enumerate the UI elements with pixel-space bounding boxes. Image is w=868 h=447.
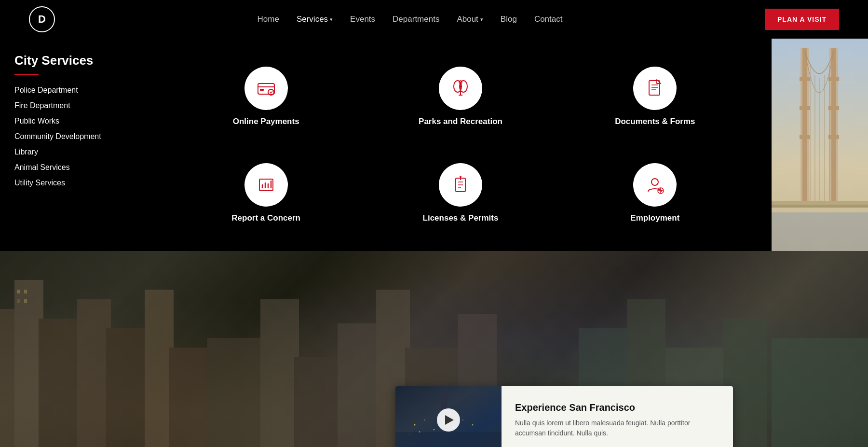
sidebar-item-animal[interactable]: Animal Services	[14, 163, 135, 172]
report-label: Report a Concern	[231, 213, 300, 223]
permits-label: Licenses & Permits	[423, 213, 499, 223]
bridge-image	[772, 39, 868, 251]
sidebar-item-community[interactable]: Community Development	[14, 132, 135, 141]
svg-point-25	[651, 179, 658, 185]
svg-rect-32	[800, 77, 810, 81]
service-employment[interactable]: Employment	[621, 154, 689, 233]
sidebar-item-fire[interactable]: Fire Department	[14, 101, 135, 110]
svg-rect-57	[17, 299, 20, 303]
svg-rect-58	[24, 299, 27, 303]
sidebar-link-community[interactable]: Community Development	[14, 132, 101, 140]
about-caret-icon: ▾	[480, 16, 483, 23]
svg-point-77	[462, 419, 463, 420]
sidebar-link-utility[interactable]: Utility Services	[14, 179, 65, 187]
report-icon	[256, 174, 277, 196]
nav-item-about[interactable]: About ▾	[457, 14, 483, 24]
nav-link-departments[interactable]: Departments	[393, 14, 439, 24]
service-report[interactable]: Report a Concern	[222, 154, 310, 233]
nav-link-about[interactable]: About ▾	[457, 14, 483, 24]
svg-rect-46	[772, 205, 868, 208]
services-grid: Online Payments Parks and Recreation	[149, 39, 772, 251]
svg-rect-47	[772, 212, 868, 251]
svg-rect-34	[800, 135, 810, 139]
svg-rect-38	[828, 106, 839, 110]
nav-links: Home Services ▾ Events Departments About…	[258, 14, 563, 24]
video-description: Nulla quis lorem ut libero malesuada feu…	[515, 418, 719, 438]
sidebar-title: City Services	[14, 53, 135, 68]
logo[interactable]: D	[29, 6, 55, 32]
documents-label: Documents & Forms	[615, 117, 695, 126]
video-thumbnail[interactable]	[395, 386, 502, 447]
service-documents[interactable]: Documents & Forms	[605, 57, 705, 136]
main-section: City Services Police Department Fire Dep…	[0, 39, 868, 251]
sidebar-item-utility[interactable]: Utility Services	[14, 179, 135, 187]
sidebar-underline	[14, 74, 39, 75]
sidebar-link-police[interactable]: Police Department	[14, 86, 78, 94]
nav-item-services[interactable]: Services ▾	[297, 14, 333, 24]
svg-point-74	[434, 429, 435, 431]
play-button[interactable]	[437, 408, 460, 432]
sidebar-item-public-works[interactable]: Public Works	[14, 117, 135, 126]
nav-link-contact[interactable]: Contact	[534, 14, 563, 24]
svg-rect-56	[24, 290, 27, 293]
sidebar: City Services Police Department Fire Dep…	[0, 39, 149, 251]
nav-link-blog[interactable]: Blog	[501, 14, 517, 24]
navbar: D Home Services ▾ Events Departments Abo…	[0, 0, 868, 39]
permits-icon-circle	[439, 163, 482, 207]
svg-rect-70	[772, 338, 868, 447]
nav-link-events[interactable]: Events	[350, 14, 375, 24]
svg-rect-83	[439, 394, 449, 399]
parks-icon-circle	[439, 67, 482, 110]
svg-rect-62	[338, 323, 381, 447]
svg-rect-60	[260, 299, 299, 447]
video-title: Experience San Francisco	[515, 402, 719, 413]
sidebar-link-fire[interactable]: Fire Department	[14, 101, 70, 110]
svg-rect-81	[395, 432, 502, 447]
sidebar-item-police[interactable]: Police Department	[14, 86, 135, 95]
nav-item-home[interactable]: Home	[258, 14, 279, 24]
documents-icon	[644, 78, 665, 99]
sidebar-link-public-works[interactable]: Public Works	[14, 117, 59, 125]
video-card: Experience San Francisco Nulla quis lore…	[395, 386, 733, 447]
svg-rect-55	[17, 290, 20, 293]
permits-icon	[450, 174, 471, 196]
video-info: Experience San Francisco Nulla quis lore…	[502, 392, 733, 447]
payment-icon	[256, 78, 277, 99]
svg-rect-9	[649, 81, 660, 95]
svg-rect-59	[207, 338, 265, 447]
report-icon-circle	[244, 163, 288, 207]
svg-rect-2	[260, 89, 264, 91]
services-caret-icon: ▾	[330, 16, 333, 23]
svg-point-78	[472, 424, 474, 426]
nav-link-services[interactable]: Services ▾	[297, 14, 333, 24]
svg-rect-36	[831, 48, 836, 203]
nav-item-departments[interactable]: Departments	[393, 14, 439, 24]
documents-icon-circle	[633, 67, 677, 110]
logo-circle: D	[29, 6, 55, 32]
svg-rect-52	[106, 328, 149, 447]
nav-item-blog[interactable]: Blog	[501, 14, 517, 24]
nav-item-events[interactable]: Events	[350, 14, 375, 24]
sidebar-item-library[interactable]: Library	[14, 148, 135, 156]
service-parks[interactable]: Parks and Recreation	[409, 57, 512, 136]
bridge-svg	[772, 39, 868, 251]
svg-point-24	[460, 176, 461, 178]
play-icon	[445, 415, 454, 425]
parks-icon	[450, 78, 471, 99]
employment-label: Employment	[630, 213, 679, 223]
sidebar-link-library[interactable]: Library	[14, 148, 38, 156]
svg-rect-31	[802, 48, 807, 203]
svg-point-72	[414, 424, 416, 426]
svg-point-73	[424, 419, 425, 420]
sidebar-link-animal[interactable]: Animal Services	[14, 163, 70, 171]
svg-rect-39	[828, 135, 839, 139]
bridge-background	[772, 39, 868, 251]
plan-visit-button[interactable]: PLAN A VISIT	[765, 9, 839, 30]
nav-link-home[interactable]: Home	[258, 14, 279, 24]
nav-item-contact[interactable]: Contact	[534, 14, 563, 24]
service-online-payments[interactable]: Online Payments	[223, 57, 309, 136]
online-payments-icon-circle	[244, 67, 288, 110]
sidebar-menu: Police Department Fire Department Public…	[14, 86, 135, 187]
svg-rect-61	[294, 357, 342, 447]
service-permits[interactable]: Licenses & Permits	[413, 154, 508, 233]
